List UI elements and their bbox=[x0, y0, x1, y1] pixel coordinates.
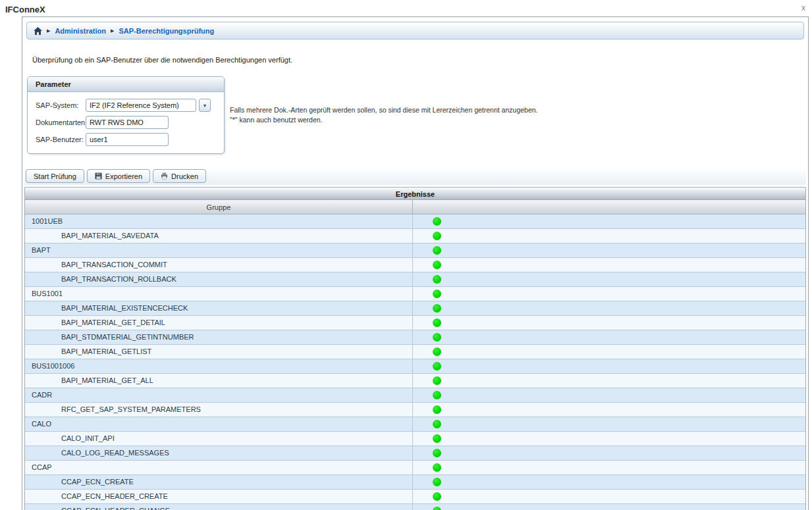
status-cell bbox=[413, 504, 805, 510]
group-cell: CALO_INIT_API bbox=[25, 432, 413, 446]
group-cell: CCAP_ECN_HEADER_CREATE bbox=[25, 490, 413, 503]
results-table-title: Ergebnisse bbox=[25, 187, 805, 200]
drucken-button-label: Drucken bbox=[171, 172, 198, 180]
parameter-section: Parameter SAP-System: ▼ Dokumentarten: S… bbox=[27, 76, 808, 154]
status-cell bbox=[413, 272, 805, 286]
group-cell: BAPI_STDMATERIAL_GETINTNUMBER bbox=[25, 330, 413, 344]
group-cell: BAPT bbox=[25, 243, 413, 257]
field-row-sap-benutzer: SAP-Benutzer: bbox=[30, 131, 219, 148]
field-row-dokumentarten: Dokumentarten: bbox=[30, 114, 219, 131]
printer-icon bbox=[161, 172, 168, 180]
group-cell: CCAP_ECN_CREATE bbox=[25, 475, 413, 489]
status-cell bbox=[413, 359, 805, 373]
group-cell: BUS1001006 bbox=[25, 359, 413, 373]
results-table-body: 1001UEB BAPI_MATERIAL_SAVEDATA BAPT BAPI… bbox=[25, 215, 805, 510]
status-cell bbox=[413, 446, 805, 460]
table-row[interactable]: RFC_GET_SAP_SYSTEM_PARAMETERS bbox=[25, 403, 805, 417]
status-dot bbox=[433, 405, 441, 414]
parameter-panel-title: Parameter bbox=[28, 77, 224, 92]
table-row[interactable]: BAPI_MATERIAL_GET_ALL bbox=[25, 374, 805, 388]
start-pruefung-button[interactable]: Start Prüfung bbox=[26, 169, 84, 183]
status-cell bbox=[413, 461, 805, 474]
parameter-panel: Parameter SAP-System: ▼ Dokumentarten: S… bbox=[27, 76, 225, 154]
sap-system-label: SAP-System: bbox=[30, 101, 86, 109]
table-row[interactable]: BAPI_MATERIAL_GETLIST bbox=[25, 345, 805, 359]
start-pruefung-button-label: Start Prüfung bbox=[34, 172, 76, 180]
sap-benutzer-input[interactable] bbox=[86, 133, 169, 146]
group-cell: 1001UEB bbox=[25, 215, 413, 228]
status-cell bbox=[413, 374, 805, 388]
home-icon[interactable] bbox=[34, 27, 42, 35]
table-row[interactable]: 1001UEB bbox=[25, 215, 805, 229]
sap-benutzer-label: SAP-Benutzer: bbox=[30, 136, 86, 143]
group-cell: CCAP_ECN_HEADER_CHANGE bbox=[25, 504, 413, 510]
table-row[interactable]: BAPI_TRANSACTION_COMMIT bbox=[25, 258, 805, 272]
status-cell bbox=[413, 330, 805, 344]
sap-system-dropdown-button[interactable]: ▼ bbox=[199, 99, 211, 112]
table-row[interactable]: BUS1001006 bbox=[25, 359, 805, 374]
status-dot bbox=[433, 347, 441, 356]
help-text: Falls mehrere Dok.-Arten geprüft werden … bbox=[230, 105, 538, 154]
main-panel: ▶ Administration ▶ SAP-Berechtigungsprüf… bbox=[22, 16, 809, 510]
table-row[interactable]: BAPT bbox=[25, 243, 805, 258]
status-dot bbox=[433, 449, 441, 457]
table-row[interactable]: CALO_LOG_READ_MESSAGES bbox=[25, 446, 805, 461]
sap-system-combobox[interactable] bbox=[86, 99, 196, 112]
page-title: IFConneX bbox=[5, 5, 45, 14]
status-dot bbox=[433, 319, 441, 327]
column-header-gruppe: Gruppe bbox=[25, 200, 413, 214]
status-dot bbox=[433, 246, 441, 255]
table-row[interactable]: BUS1001 bbox=[25, 287, 805, 301]
status-cell bbox=[413, 215, 805, 228]
table-row[interactable]: BAPI_TRANSACTION_ROLLBACK bbox=[25, 272, 805, 287]
breadcrumb-item-administration[interactable]: Administration bbox=[55, 27, 106, 35]
group-cell: BAPI_MATERIAL_GET_DETAIL bbox=[25, 316, 413, 330]
chevron-right-icon: ▶ bbox=[47, 28, 50, 34]
status-cell bbox=[413, 388, 805, 402]
chevron-right-icon: ▶ bbox=[111, 28, 114, 34]
status-cell bbox=[413, 490, 805, 503]
table-row[interactable]: CCAP_ECN_HEADER_CREATE bbox=[25, 490, 805, 504]
table-row[interactable]: CALO bbox=[25, 417, 805, 432]
status-dot bbox=[433, 376, 441, 385]
results-table-column-headers: Gruppe bbox=[25, 200, 805, 215]
save-icon bbox=[95, 172, 102, 180]
group-cell: CCAP bbox=[25, 461, 413, 474]
table-row[interactable]: CCAP bbox=[25, 461, 805, 475]
table-row[interactable]: CCAP_ECN_HEADER_CHANGE bbox=[25, 504, 805, 510]
status-dot bbox=[433, 304, 441, 313]
table-row[interactable]: BAPI_MATERIAL_SAVEDATA bbox=[25, 229, 805, 243]
status-cell bbox=[413, 403, 805, 417]
status-dot bbox=[433, 261, 441, 269]
status-cell bbox=[413, 345, 805, 359]
table-row[interactable]: CCAP_ECN_CREATE bbox=[25, 475, 805, 490]
column-header-status bbox=[413, 200, 805, 214]
status-dot bbox=[433, 507, 441, 510]
status-dot bbox=[433, 391, 441, 399]
breadcrumb: ▶ Administration ▶ SAP-Berechtigungsprüf… bbox=[26, 22, 804, 39]
breadcrumb-item-sap-berechtigungspruefung[interactable]: SAP-Berechtigungsprüfung bbox=[119, 27, 214, 35]
exportieren-button[interactable]: Exportieren bbox=[87, 169, 150, 183]
status-dot bbox=[433, 478, 441, 486]
table-row[interactable]: BAPI_MATERIAL_GET_DETAIL bbox=[25, 316, 805, 330]
group-cell: CADR bbox=[25, 388, 413, 402]
table-row[interactable]: BAPI_MATERIAL_EXISTENCECHECK bbox=[25, 301, 805, 316]
status-cell bbox=[413, 417, 805, 431]
field-row-sap-system: SAP-System: ▼ bbox=[30, 97, 219, 114]
table-row[interactable]: CADR bbox=[25, 388, 805, 403]
status-dot bbox=[433, 217, 441, 226]
table-row[interactable]: BAPI_STDMATERIAL_GETINTNUMBER bbox=[25, 330, 805, 345]
drucken-button[interactable]: Drucken bbox=[153, 169, 206, 183]
group-cell: BAPI_MATERIAL_EXISTENCECHECK bbox=[25, 301, 413, 315]
status-dot bbox=[433, 420, 441, 428]
table-row[interactable]: CALO_INIT_API bbox=[25, 432, 805, 446]
group-cell: BAPI_TRANSACTION_ROLLBACK bbox=[25, 272, 413, 286]
close-icon[interactable]: x bbox=[801, 4, 805, 12]
dokumentarten-input[interactable] bbox=[86, 116, 169, 129]
group-cell: BAPI_MATERIAL_GET_ALL bbox=[25, 374, 413, 388]
status-cell bbox=[413, 258, 805, 272]
status-dot bbox=[433, 232, 441, 240]
status-dot bbox=[433, 463, 441, 472]
parameter-panel-body: SAP-System: ▼ Dokumentarten: SAP-Benutze… bbox=[28, 92, 224, 153]
status-cell bbox=[413, 287, 805, 301]
